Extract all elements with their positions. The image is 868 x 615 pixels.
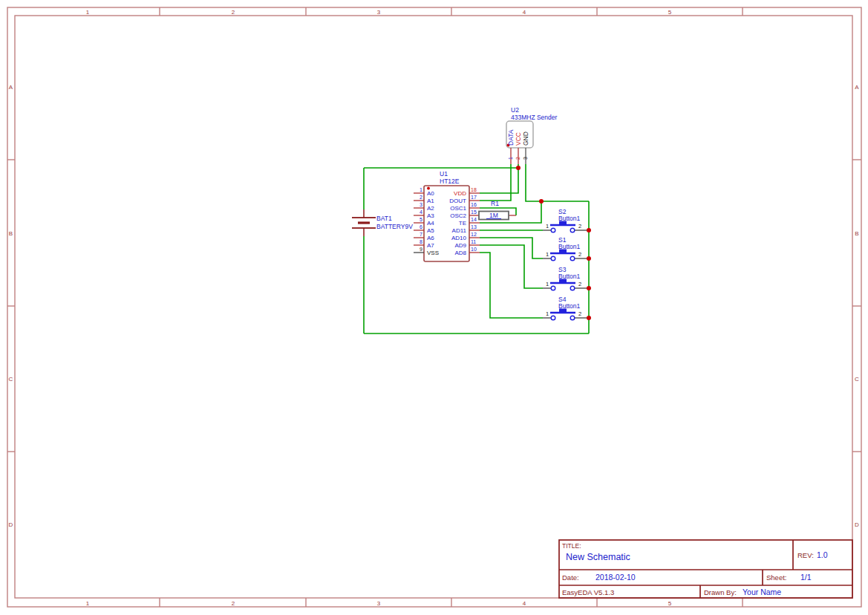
u2-pin-stubs xyxy=(511,148,526,164)
u1-pin-name: A4 xyxy=(427,220,434,227)
frame-col-label: 4 xyxy=(523,600,526,607)
battery-symbol xyxy=(352,209,376,236)
frame-col-label: 5 xyxy=(668,600,672,607)
frame-row-label: A xyxy=(855,84,859,91)
u2-pin-name: GND xyxy=(522,131,529,146)
u1-pin-number: 12 xyxy=(471,232,477,237)
u1-pin-name: AD9 xyxy=(454,242,466,249)
u1-pin-name: VSS xyxy=(427,250,439,256)
u1-pin-name: OSC2 xyxy=(450,212,466,219)
u1-pin-name: A0 xyxy=(427,190,434,197)
sheet-label: Sheet: xyxy=(766,573,786,582)
frame-col-label: 2 xyxy=(232,600,235,607)
rev-value[interactable]: 1.0 xyxy=(817,550,828,559)
u1-pin-number: 16 xyxy=(471,202,477,207)
s4-value[interactable]: Button1 xyxy=(558,302,581,310)
u1-pin-number: 6 xyxy=(420,224,422,230)
title-block: TITLE: New Schematic REV: 1.0 Date: 2018… xyxy=(559,540,852,598)
button-pin-label: 1 xyxy=(546,281,549,287)
component-s1[interactable]: 1 2 S1 Button1 xyxy=(543,236,589,261)
u1-pin-number: 8 xyxy=(420,239,422,244)
frame-col-label: 3 xyxy=(377,9,381,16)
bat1-value[interactable]: BATTERY9V xyxy=(376,223,413,230)
button-pin-label: 1 xyxy=(546,223,549,230)
s1-value[interactable]: Button1 xyxy=(558,243,581,250)
u1-pin-number: 15 xyxy=(471,209,477,215)
rev-label: REV: xyxy=(797,551,814,559)
frame-col-label: 3 xyxy=(377,600,381,607)
version-text: EasyEDA V5.1.3 xyxy=(562,588,614,596)
u1-pin-name: A2 xyxy=(427,205,434,212)
u1-pin-number: 18 xyxy=(471,187,477,192)
u1-pin-name: AD11 xyxy=(452,227,467,234)
frame-col-label: 5 xyxy=(668,9,672,16)
r1-value[interactable]: 1M xyxy=(489,212,498,219)
date-value[interactable]: 2018-02-10 xyxy=(595,573,636,582)
frame-row-label: B xyxy=(855,230,858,237)
u1-pin-number: 7 xyxy=(420,232,422,237)
u1-pin-number: 4 xyxy=(420,209,422,215)
component-s2[interactable]: 1 2 S2 Button1 xyxy=(543,208,589,232)
u1-pin-number: 2 xyxy=(420,195,422,200)
u1-pin-number: 14 xyxy=(471,217,477,222)
sheet-frame xyxy=(7,7,861,607)
date-label: Date: xyxy=(562,573,579,582)
schematic-page: 1 2 3 4 5 1 2 3 4 5 A B C D A B C D xyxy=(0,0,868,615)
frame-col-label: 1 xyxy=(86,9,90,16)
frame-col-label: 4 xyxy=(523,9,526,16)
frame-row-label: A xyxy=(9,84,13,91)
schematic-canvas[interactable]: 1 2 3 4 5 1 2 3 4 5 A B C D A B C D xyxy=(0,0,868,615)
component-u2[interactable]: U2 433MHZ Sender DATA VCC GND 1 2 3 xyxy=(506,106,558,164)
frame-row-label: D xyxy=(9,521,13,528)
u1-pin-number: 11 xyxy=(471,239,476,244)
frame-row-label: B xyxy=(9,230,13,237)
button-pin-label: 2 xyxy=(578,223,581,230)
u1-pin-number: 13 xyxy=(471,224,477,230)
u1-pin-number: 10 xyxy=(471,247,477,252)
frame-row-label: C xyxy=(855,376,859,383)
u1-pin-name: A3 xyxy=(427,212,434,219)
component-u1[interactable]: U1 HT12E 1 2 3 4 5 6 7 8 9 A0 A1 A2 xyxy=(414,170,480,261)
frame-col-label: 1 xyxy=(86,600,90,607)
u1-ref[interactable]: U1 xyxy=(440,170,448,178)
u1-pin-name: AD10 xyxy=(451,235,467,241)
frame-row-label: C xyxy=(9,376,13,383)
title-label: TITLE: xyxy=(562,542,581,550)
u2-pin-number: 2 xyxy=(515,157,521,160)
u1-part[interactable]: HT12E xyxy=(440,178,460,185)
component-r1[interactable]: R1 1M xyxy=(479,200,516,220)
u1-pin-number: 3 xyxy=(420,202,422,207)
u2-pin-number: 3 xyxy=(523,157,528,160)
component-s3[interactable]: 1 2 S3 Button1 xyxy=(543,266,589,290)
frame-col-label: 2 xyxy=(232,9,235,16)
u1-pin-name: A5 xyxy=(427,227,434,234)
component-bat1[interactable]: BAT1 BATTERY9V xyxy=(352,209,413,236)
u2-part[interactable]: 433MHZ Sender xyxy=(511,114,558,121)
drawn-by-value[interactable]: Your Name xyxy=(743,588,781,596)
u1-pin-name: OSC1 xyxy=(450,205,466,212)
s2-value[interactable]: Button1 xyxy=(558,215,581,222)
u1-pin-name: A1 xyxy=(427,198,434,204)
sheet-frame-labels: 1 2 3 4 5 1 2 3 4 5 A B C D A B C D xyxy=(9,9,860,607)
u1-pin-name: A7 xyxy=(427,242,434,249)
drawn-by-label: Drawn By: xyxy=(704,588,737,596)
u1-pin-name: A6 xyxy=(427,235,434,241)
u2-pin-number: 1 xyxy=(508,157,513,160)
sheet-value[interactable]: 1/1 xyxy=(800,573,812,582)
u1-pin-name: AD8 xyxy=(454,250,466,256)
sheet-title[interactable]: New Schematic xyxy=(566,552,630,562)
s3-value[interactable]: Button1 xyxy=(558,273,581,280)
u1-pin-number: 1 xyxy=(420,187,422,192)
u1-pin-name: DOUT xyxy=(449,198,466,204)
u1-pin-number: 5 xyxy=(420,217,422,222)
u2-ref[interactable]: U2 xyxy=(511,106,519,114)
component-s4[interactable]: 1 2 S4 Button1 xyxy=(543,296,589,320)
u1-pin-name: TE xyxy=(459,220,466,227)
bat1-ref[interactable]: BAT1 xyxy=(376,215,392,222)
button-pin-label: 2 xyxy=(578,251,581,258)
button-pin-label: 2 xyxy=(578,281,581,287)
button-pin-label: 1 xyxy=(546,251,549,258)
u2-pin-name: DATA xyxy=(507,129,515,146)
r1-ref[interactable]: R1 xyxy=(491,200,499,207)
pin1-marker-dot xyxy=(427,187,430,190)
